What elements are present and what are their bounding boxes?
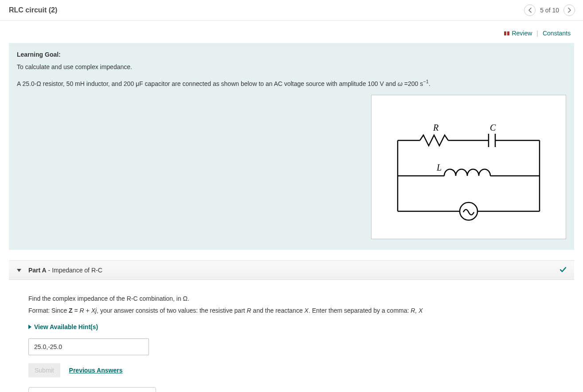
part-a-header[interactable]: Part A - Impedance of R-C <box>9 260 574 280</box>
problem-statement: A 25.0-Ω resistor, 50 mH inductor, and 2… <box>17 78 566 89</box>
hints-label: View Available Hint(s) <box>34 323 98 330</box>
previous-answers-link[interactable]: Previous Answers <box>69 367 123 374</box>
correct-feedback: Correct <box>28 387 156 392</box>
part-a-title: Part A - Impedance of R-C <box>28 267 102 274</box>
review-link[interactable]: Review <box>504 30 532 37</box>
chevron-left-icon <box>528 8 532 13</box>
part-a-format: Format: Since Z = R + Xj, your answer co… <box>28 306 566 315</box>
hints-toggle[interactable]: View Available Hint(s) <box>28 323 98 330</box>
part-a-instruction: Find the complex impedance of the R-C co… <box>28 294 566 303</box>
resistor-label: R <box>433 123 438 132</box>
learning-goal-text: To calculate and use complex impedance. <box>17 62 566 72</box>
page-title: RLC circuit (2) <box>9 6 57 14</box>
submit-button: Submit <box>28 363 60 377</box>
inductor-label: L <box>436 163 442 172</box>
chevron-right-icon <box>567 8 571 13</box>
links-separator: | <box>536 30 538 37</box>
top-bar: RLC circuit (2) 5 of 10 <box>0 0 583 21</box>
next-button[interactable] <box>563 4 575 16</box>
caret-down-icon <box>17 269 21 272</box>
button-row: Submit Previous Answers <box>28 363 566 377</box>
circuit-figure: R C L <box>371 95 566 239</box>
check-icon <box>560 267 566 274</box>
book-icon <box>504 31 510 36</box>
figure-wrap: R C L <box>17 95 566 239</box>
pager: 5 of 10 <box>524 4 575 16</box>
prev-button[interactable] <box>524 4 536 16</box>
learning-goal-heading: Learning Goal: <box>17 51 566 58</box>
capacitor-label: C <box>490 123 496 132</box>
answer-input[interactable] <box>28 338 149 355</box>
constants-link[interactable]: Constants <box>543 30 571 37</box>
content: Learning Goal: To calculate and use comp… <box>0 43 583 392</box>
top-links: Review | Constants <box>0 21 583 43</box>
part-a-body: Find the complex impedance of the R-C co… <box>9 280 574 392</box>
caret-right-icon <box>28 325 31 329</box>
circuit-svg: R C L <box>384 109 553 225</box>
learning-goal-box: Learning Goal: To calculate and use comp… <box>9 43 574 250</box>
page-indicator: 5 of 10 <box>540 7 559 14</box>
